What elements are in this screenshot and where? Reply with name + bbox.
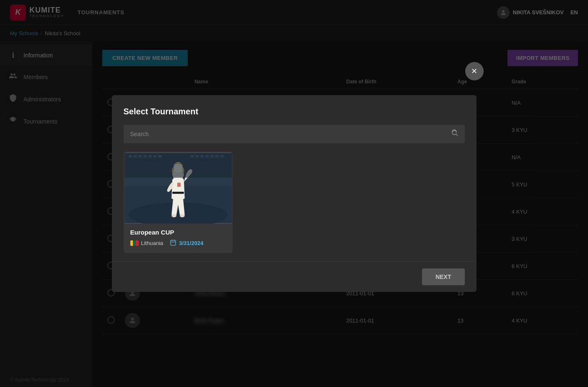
search-container [124,125,465,143]
search-input[interactable] [124,125,465,143]
svg-rect-16 [177,183,181,187]
svg-rect-21 [133,155,137,157]
svg-rect-32 [215,155,218,157]
svg-rect-24 [148,155,152,157]
svg-rect-28 [195,155,199,157]
svg-rect-20 [128,155,132,157]
svg-rect-29 [200,155,204,157]
tournament-meta: Lithuania 3/31/2024 [130,239,226,247]
svg-rect-22 [138,155,142,157]
tournament-country: Lithuania [141,240,163,246]
search-icon [451,129,459,139]
tournament-cards-grid: European CUP Lithuania [124,152,465,253]
modal-footer: NEXT [112,261,477,292]
select-tournament-modal: Select Tournament [112,95,477,292]
svg-rect-25 [153,155,156,157]
modal-title: Select Tournament [112,95,477,125]
tournament-card-info: European CUP Lithuania [124,224,232,252]
tournament-date-container: 3/31/2024 [170,239,203,247]
modal-body: European CUP Lithuania [112,125,477,261]
next-button[interactable]: NEXT [422,268,464,285]
tournament-date: 3/31/2024 [179,240,203,246]
tournament-name: European CUP [130,229,226,236]
tournament-location: Lithuania [130,240,163,246]
svg-rect-33 [220,155,223,157]
calendar-icon [170,239,176,247]
tournament-card-european-cup[interactable]: European CUP Lithuania [124,152,233,253]
svg-rect-15 [172,192,184,194]
close-modal-button[interactable]: ✕ [465,62,484,80]
svg-rect-34 [171,240,176,245]
svg-rect-23 [143,155,147,157]
svg-rect-30 [205,155,208,157]
svg-rect-27 [190,155,194,157]
svg-point-17 [171,214,176,217]
modal-overlay[interactable]: ✕ Select Tournament [0,0,588,387]
tournament-card-image [124,152,232,224]
svg-rect-26 [158,155,161,157]
svg-rect-31 [210,155,213,157]
flag-lithuania [130,240,139,246]
svg-point-18 [179,214,184,217]
